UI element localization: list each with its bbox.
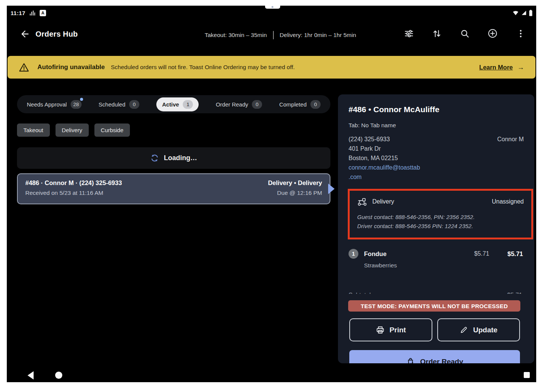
signal-bars-icon <box>30 11 35 15</box>
delivery-contacts: Guest contact: 888-546-2356, PIN: 2356 2… <box>357 213 524 230</box>
status-bar: 11:17 A <box>11 8 532 18</box>
clock: 11:17 <box>11 10 25 16</box>
customer-address-line1: 401 Park Dr <box>349 144 524 153</box>
tab-count-badge: 0 <box>310 100 321 109</box>
delivery-label: Delivery <box>372 198 394 205</box>
guest-contact: Guest contact: 888-546-2356, PIN: 2356 2… <box>357 213 524 222</box>
app-bar: Orders Hub Takeout: 30min – 35min Delive… <box>7 23 536 45</box>
banner-message: Scheduled orders will not fire. Toast On… <box>111 64 295 71</box>
page-background: 11:17 A Orders Hub Takeout: 30min – 35mi… <box>0 0 543 392</box>
print-label: Print <box>390 326 406 334</box>
tab-label: Order Ready <box>216 101 248 108</box>
refresh-icon <box>150 154 159 162</box>
update-label: Update <box>473 326 497 334</box>
clipped-subtotal-row: Subtotal $5.71 <box>338 292 534 294</box>
tab-scheduled[interactable]: Scheduled 0 <box>99 100 139 109</box>
driver-contact: Driver contact: 888-546-2356 PIN: 1224 2… <box>357 222 524 231</box>
delivery-status: Unassigned <box>492 198 524 205</box>
tab-completed[interactable]: Completed 0 <box>279 100 321 109</box>
order-status-tabs: Needs Approval 28 Scheduled 0 Active 1 O… <box>17 95 330 113</box>
chip-takeout[interactable]: Takeout <box>17 123 50 137</box>
order-card-due: Due @ 12:16 PM <box>268 190 322 196</box>
chip-curbside[interactable]: Curbside <box>94 123 130 137</box>
bag-check-icon <box>406 357 415 364</box>
battery-icon <box>529 10 532 16</box>
chip-delivery[interactable]: Delivery <box>56 123 89 137</box>
prep-times-divider <box>273 31 274 39</box>
loading-label: Loading… <box>164 154 197 162</box>
tab-count-badge: 0 <box>129 100 139 109</box>
tab-label: Scheduled <box>99 101 125 108</box>
customer-address-line2: Boston, MA 02215 <box>349 153 524 163</box>
order-item-row: 1 Fondue $5.71 $5.71 <box>349 249 523 259</box>
search-icon[interactable] <box>460 28 470 39</box>
order-card-received: Received on 5/23 at 11:16 AM <box>25 190 122 196</box>
autofiring-banner: Autofiring unavailable Scheduled orders … <box>8 56 535 79</box>
arrow-right-icon: → <box>517 63 524 71</box>
learn-more-label: Learn More <box>479 64 513 71</box>
print-button[interactable]: Print <box>349 318 432 341</box>
overflow-menu-icon[interactable] <box>515 28 526 39</box>
customer-contact-block: (224) 325-6933 Connor M 401 Park Dr Bost… <box>349 134 524 182</box>
nav-recents-icon[interactable] <box>524 372 530 378</box>
takeout-time: Takeout: 30min – 35min <box>205 32 267 39</box>
test-mode-banner: TEST MODE: PAYMENTS WILL NOT BE PROCESSE… <box>348 300 520 312</box>
order-card-channel: Delivery • Delivery <box>268 179 322 187</box>
item-price: $5.71 <box>474 250 489 257</box>
loading-indicator: Loading… <box>17 147 330 169</box>
selected-order-arrow-icon <box>328 184 335 194</box>
learn-more-link[interactable]: Learn More → <box>479 63 524 71</box>
camera-notch <box>265 6 280 9</box>
delivery-annotation-box: Delivery Unassigned Guest contact: 888-5… <box>348 189 533 239</box>
tab-count-badge: 1 <box>183 100 193 109</box>
tab-label: Completed <box>279 101 307 108</box>
tablet-screen: 11:17 A Orders Hub Takeout: 30min – 35mi… <box>7 6 536 382</box>
tab-order-ready[interactable]: Order Ready 0 <box>216 100 262 109</box>
printer-icon <box>376 326 385 335</box>
pencil-icon <box>460 326 468 334</box>
tab-name-line: Tab: No Tab name <box>349 122 524 129</box>
item-modifier: Strawberries <box>364 262 524 269</box>
tab-count-badge: 0 <box>252 100 262 109</box>
order-ready-label: Order Ready <box>420 358 463 364</box>
update-button[interactable]: Update <box>437 318 520 341</box>
order-card[interactable]: #486 · Connor M · (224) 325-6933 Receive… <box>17 173 330 204</box>
filter-chips: Takeout Delivery Curbside <box>17 123 130 137</box>
filter-icon[interactable] <box>404 28 414 39</box>
tab-active[interactable]: Active 1 <box>156 97 199 111</box>
customer-email-link[interactable]: connor.mcauliffe@toasttab .com <box>349 163 524 182</box>
order-card-title: #486 · Connor M · (224) 325-6933 <box>25 179 122 187</box>
add-icon[interactable] <box>487 28 498 39</box>
sort-icon[interactable] <box>432 28 442 39</box>
delivery-time: Delivery: 1hr 0min – 1hr 5min <box>280 32 356 39</box>
order-ready-button[interactable]: Order Ready <box>349 350 520 363</box>
cellular-icon <box>521 10 527 15</box>
camera-icon <box>272 6 273 8</box>
item-qty-badge: 1 <box>349 249 358 259</box>
new-orders-dot <box>80 98 83 101</box>
order-detail-panel: #486 • Connor McAuliffe Tab: No Tab name… <box>338 94 534 363</box>
back-arrow-icon[interactable] <box>20 29 30 39</box>
nav-home-icon[interactable] <box>55 372 62 379</box>
order-detail-title: #486 • Connor McAuliffe <box>349 105 524 114</box>
wifi-icon <box>512 10 519 15</box>
tab-count-badge: 28 <box>71 100 82 109</box>
tab-label: Active <box>162 101 179 108</box>
tab-label: Needs Approval <box>27 101 67 108</box>
item-total: $5.71 <box>508 250 523 258</box>
nav-back-icon[interactable] <box>28 371 34 380</box>
scooter-icon <box>357 197 367 206</box>
page-title: Orders Hub <box>35 30 78 39</box>
notification-app-icon: A <box>40 10 46 16</box>
item-name: Fondue <box>364 250 387 258</box>
banner-title: Autofiring unavailable <box>37 63 105 71</box>
android-nav-bar <box>7 368 536 382</box>
warning-icon <box>19 63 29 72</box>
prep-times: Takeout: 30min – 35min Delivery: 1hr 0mi… <box>205 31 356 39</box>
customer-short-name: Connor M <box>497 134 524 144</box>
tab-needs-approval[interactable]: Needs Approval 28 <box>27 100 82 109</box>
